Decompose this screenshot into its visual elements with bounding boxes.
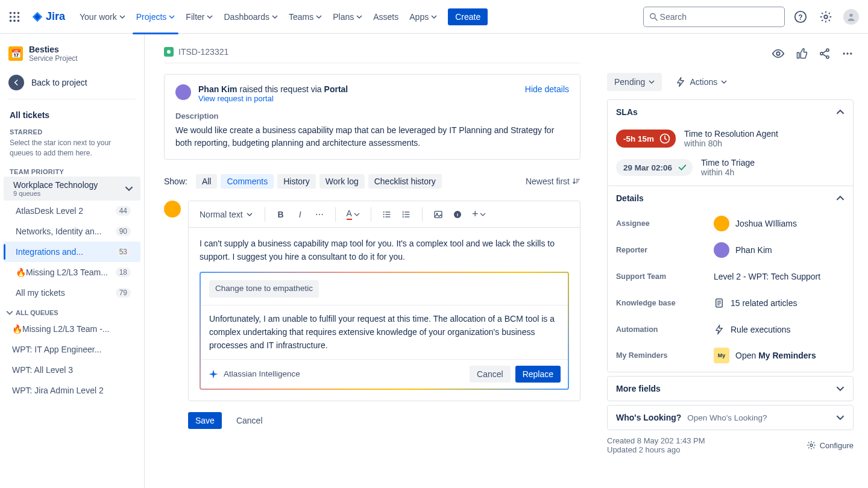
nav-dashboards[interactable]: Dashboards [219,7,283,27]
field-reminders[interactable]: My Open My Reminders [714,348,816,363]
svg-point-1 [13,11,16,14]
cancel-button[interactable]: Cancel [229,412,270,429]
lightning-icon [675,77,686,87]
svg-text:i: i [457,211,458,217]
tab-checklist[interactable]: Checklist history [368,174,442,189]
queue-item[interactable]: 🔥Missing L2/L3 Team...18 [4,262,140,283]
profile-avatar[interactable] [841,7,861,27]
queue-item-selected[interactable]: Integrations and...53 [4,242,140,262]
sort-newest-first[interactable]: Newest first [526,177,580,186]
chevron-down-icon [316,14,322,20]
nav-assets[interactable]: Assets [368,7,403,27]
share-icon[interactable] [819,48,831,61]
sla-badge-met: 29 Mar 02:06 [616,159,693,176]
jira-label: Jira [46,10,65,23]
save-button[interactable]: Save [188,412,222,429]
hide-details-link[interactable]: Hide details [525,84,569,94]
more-format-button[interactable]: ⋯ [311,207,328,222]
thumbs-up-icon[interactable] [796,48,808,61]
nav-plans[interactable]: Plans [328,7,367,27]
details-header[interactable]: Details [608,186,853,210]
ai-tone-chip[interactable]: Change tone to empathetic [209,280,319,298]
number-list-button[interactable] [398,207,415,222]
field-support-team[interactable]: Level 2 - WPT: Tech Support [714,272,820,281]
ai-cancel-button[interactable]: Cancel [470,366,511,383]
configure-button[interactable]: Configure [807,440,854,450]
tab-history[interactable]: History [277,174,316,189]
create-button[interactable]: Create [448,8,488,25]
tab-comments[interactable]: Comments [221,174,274,189]
field-automation[interactable]: Rule executions [714,324,791,335]
svg-point-0 [10,11,12,14]
nav-teams[interactable]: Teams [284,7,327,27]
app-switcher-icon[interactable] [5,7,24,27]
more-fields-header[interactable]: More fields [608,377,853,401]
queue-item[interactable]: WPT: Jira Admin Level 2 [0,380,144,401]
queue-item[interactable]: All my tickets79 [4,283,140,303]
back-to-project[interactable]: Back to project [0,70,144,99]
status-dropdown[interactable]: Pending [607,73,662,91]
svg-point-16 [383,211,385,213]
requester-avatar [175,84,191,100]
settings-icon[interactable] [816,7,835,27]
bullet-list-button[interactable] [379,207,395,222]
search-input[interactable] [659,11,779,22]
mention-button[interactable]: i [449,207,466,222]
issue-key[interactable]: ITSD-123321 [178,47,228,57]
italic-button[interactable]: I [292,207,309,222]
updated-meta: Updated 2 hours ago [607,445,705,454]
svg-point-40 [850,52,852,54]
queue-item[interactable]: Networks, Identity an...90 [4,221,140,242]
field-assignee[interactable]: Joshua WIlliams [714,216,797,231]
view-request-link[interactable]: View request in portal [198,94,348,103]
gear-icon [807,440,816,450]
queue-item[interactable]: WPT: IT App Engineer... [0,339,144,360]
nav-filter[interactable]: Filter [181,7,218,27]
slas-header[interactable]: SLAs [608,100,853,124]
avatar [714,242,729,258]
field-reporter[interactable]: Phan Kim [714,242,772,258]
svg-point-20 [383,216,385,217]
svg-point-8 [17,19,20,22]
tab-worklog[interactable]: Work log [319,174,365,189]
text-color-button[interactable]: A [343,205,363,223]
sidebar-all-tickets[interactable]: All tickets [0,105,144,125]
queue-item[interactable]: WPT: All Level 3 [0,360,144,380]
field-knowledge-base[interactable]: 15 related articles [714,298,797,308]
jira-logo[interactable]: Jira [27,10,70,23]
sort-icon [572,177,580,186]
queue-item[interactable]: AtlasDesk Level 244 [4,201,140,221]
editor-body[interactable]: I can't supply a business capability map… [189,228,580,401]
svg-point-2 [17,11,20,14]
project-name: Besties [29,45,78,54]
actions-dropdown[interactable]: Actions [670,73,732,91]
help-icon[interactable]: ? [791,7,810,27]
tab-all[interactable]: All [196,174,218,189]
queue-group-header[interactable]: Workplace Technology 9 queues [4,177,140,201]
search-field-wrap[interactable] [643,7,785,27]
svg-rect-26 [403,213,403,215]
nav-projects[interactable]: Projects [131,7,180,27]
watch-icon[interactable] [772,47,785,62]
project-header[interactable]: 📅 Besties Service Project [0,45,144,70]
svg-line-37 [823,54,827,57]
text-style-select[interactable]: Normal text [195,207,257,222]
atlassian-intelligence-icon [208,369,219,380]
more-actions-icon[interactable] [841,48,854,61]
image-button[interactable] [430,207,447,222]
nav-apps[interactable]: Apps [404,7,442,27]
show-label: Show: [164,177,187,186]
sidebar-starred-label: STARRED [0,125,144,137]
whos-looking-panel: Who's Looking? Open Who's Looking? [607,405,854,430]
bold-button[interactable]: B [272,207,289,222]
ai-replace-button[interactable]: Replace [515,366,561,383]
jira-icon [31,11,43,23]
nav-your-work[interactable]: Your work [75,7,130,27]
all-queues-header[interactable]: ALL QUEUES [0,303,144,319]
whos-looking-header[interactable]: Who's Looking? Open Who's Looking? [608,405,853,430]
insert-more-button[interactable]: + [468,205,490,224]
queue-item[interactable]: 🔥Missing L2/L3 Team -... [0,319,144,339]
check-icon [677,162,688,173]
chevron-down-icon [6,309,13,316]
svg-line-10 [655,18,657,20]
